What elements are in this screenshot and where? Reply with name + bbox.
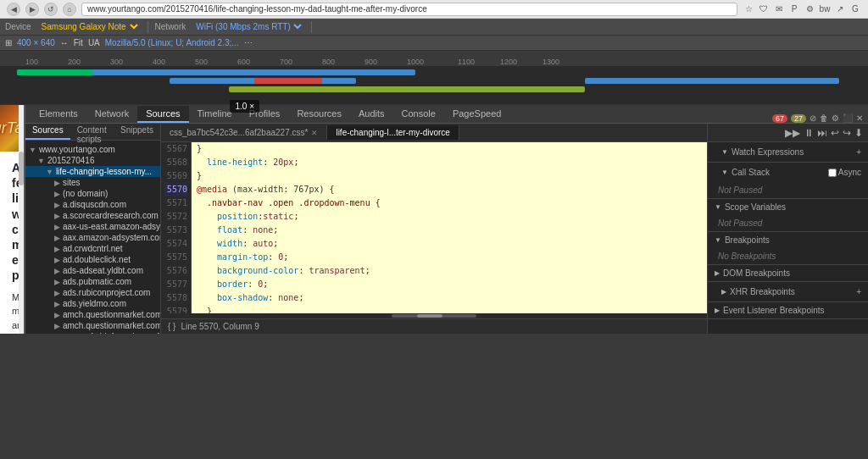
scope-variables-header[interactable]: ▼ Scope Variables [708,199,868,215]
tree-item-questionmarket1[interactable]: ▶ amch.questionmarket.com [25,309,160,320]
tree-label: ads.rubiconproject.com [63,288,150,297]
forward-button[interactable]: ▶ [25,3,39,16]
shield-icon[interactable]: 🛡 [758,3,770,15]
tree-label: ad.crwdcntrl.net [63,244,123,253]
close-css-tab-icon[interactable]: ✕ [311,129,318,137]
resume-btn[interactable]: ▶▶ [785,127,800,139]
dock-icon[interactable]: ⬛ [843,113,853,123]
callstack-collapse-icon: ▼ [721,169,728,176]
expand-icon: ▼ [37,157,45,165]
tree-item-pubmatic[interactable]: ▶ ads.pubmatic.com [25,276,160,287]
webpage-scrollbar[interactable] [19,105,24,334]
watch-header[interactable]: ▼ Watch Expressions [715,144,810,160]
expand-icon: ▶ [54,190,60,198]
clear-icon[interactable]: 🗑 [820,113,828,123]
tab-network[interactable]: Network [86,106,137,123]
tree-item-doubleclick[interactable]: ▶ ad.doubleclick.net [25,254,160,265]
more-options-icon[interactable]: ⋯ [244,38,253,47]
expand-icon: ▼ [29,146,36,154]
code-line-5568: line-height: 20px; [197,156,702,169]
code-line-5567: } [197,142,702,156]
close-devtools-icon[interactable]: ✕ [856,113,863,123]
mail-icon[interactable]: ✉ [773,3,785,15]
tree-item-nodomain[interactable]: ▶ (no domain) [25,188,160,199]
xhr-add-icon[interactable]: + [856,287,861,296]
dom-breakpoints-section: ▶ DOM Breakpoints [708,265,868,282]
tree-item-2015[interactable]: ▼ 2015270416 [25,155,160,166]
call-stack-header[interactable]: ▼ Call Stack [715,164,776,180]
sources-sub-tab-snippets[interactable]: Snippets [114,124,160,140]
bookmark-icon[interactable]: bw [819,3,831,15]
tab-pagespeed[interactable]: PageSpeed [444,106,510,123]
call-stack-content: Not Paused [708,182,868,198]
tree-item-annopc[interactable]: ▶ annopcfmbiofommjmcmcfmh [25,331,160,334]
expand-icon: ▶ [54,333,60,335]
event-listener-header[interactable]: ▶ Event Listener Breakpoints [708,302,868,318]
dim-toggle-icon[interactable]: ⊞ [5,38,12,47]
back-button[interactable]: ◀ [7,3,20,16]
rotate-icon[interactable]: ↔ [60,38,69,47]
tick-800: 800 [322,58,335,66]
code-tab-article[interactable]: life-changing-l...ter-my-divorce [327,125,459,140]
tree-item-scorecard[interactable]: ▶ a.scorecardresearch.com [25,210,160,221]
step-out-btn[interactable]: ↪ [843,127,851,139]
css-tab-label: css_ba7bc542c3e...6af2baa227.css* [170,128,308,137]
step-in-btn[interactable]: ↩ [831,127,839,139]
tick-300: 300 [110,58,123,66]
network-selector[interactable]: WiFi (30 Mbps 2ms RTT) [192,21,304,32]
home-button[interactable]: ⌂ [63,3,76,16]
tree-item-yourtango[interactable]: ▼ www.yourtango.com [25,144,160,155]
tab-elements[interactable]: Elements [31,106,86,123]
sources-sub-tab-content[interactable]: Content scripts [70,124,114,140]
tree-label: aax.amazon-adsystem.com [63,233,160,242]
tl-bar-4 [229,86,585,92]
tab-resources[interactable]: Resources [288,106,350,123]
tl-bar-5 [254,78,322,84]
tab-console[interactable]: Console [393,106,444,123]
tree-item-disquscdn[interactable]: ▶ a.disquscdn.com [25,199,160,210]
divider-1 [147,21,148,33]
tree-item-questionmarket2[interactable]: ▶ amch.questionmarket.com [25,320,160,331]
ln-5577: 5577 [164,278,187,291]
async-btn[interactable]: ⬇ [854,127,863,139]
share-icon[interactable]: ↗ [834,3,846,15]
pause-btn[interactable]: ⏸ [804,127,814,139]
tree-item-life-changing[interactable]: ▼ life-changing-lesson-my... [25,166,160,177]
tree-item-rubiconproject[interactable]: ▶ ads.rubiconproject.com [25,287,160,298]
tree-item-yldbt[interactable]: ▶ ads-adseat.yldbt.com [25,265,160,276]
breakpoints-header[interactable]: ▼ Breakpoints [708,232,868,248]
code-editor-body: 5567 5568 5569 5570 5571 5572 5573 5574 … [161,142,707,313]
devtools-main-tabs: Elements Network Sources Timeline Profil… [25,105,868,124]
url-bar[interactable]: www.yourtango.com/2015270416/life-changi… [81,3,737,16]
step-over-btn[interactable]: ⏭ [817,127,827,139]
tree-item-crwdcntrl[interactable]: ▶ ad.crwdcntrl.net [25,243,160,254]
tree-item-sites[interactable]: ▶ sites [25,177,160,188]
pinterest-icon[interactable]: P [788,3,800,15]
code-lines[interactable]: } line-height: 20px; } @media (max-width… [192,142,707,313]
filter-icon[interactable]: ⊘ [810,113,816,123]
tab-audits[interactable]: Audits [350,106,393,123]
scope-label: Scope Variables [725,202,786,212]
star-icon[interactable]: ☆ [743,3,754,15]
tree-item-yieldmo[interactable]: ▶ ads.yieldmo.com [25,298,160,309]
device-selector[interactable]: Samsung Galaxy Note [38,21,141,32]
scope-variables-section: ▼ Scope Variables Not Paused [708,199,868,232]
watch-add-icon[interactable]: + [856,147,861,157]
settings-icon[interactable]: ⚙ [804,3,815,15]
tree-label: amch.questionmarket.com [63,310,160,319]
xhr-breakpoints-header[interactable]: ▶ XHR Breakpoints [715,284,802,300]
refresh-button[interactable]: ↺ [44,3,58,16]
tab-sources[interactable]: Sources [137,106,188,123]
right-panel: ▶▶ ⏸ ⏭ ↩ ↪ ⬇ ▼ Watch Expressions + [707,124,868,334]
settings-devtools-icon[interactable]: ⚙ [832,113,839,123]
expand-icon: ▶ [54,179,60,187]
code-tab-css[interactable]: css_ba7bc542c3e...6af2baa227.css* ✕ [161,125,327,140]
tree-label: amch.questionmarket.com [63,321,160,330]
tree-item-amazon-east[interactable]: ▶ aax-us-east.amazon-adsyste... [25,221,160,232]
dom-breakpoints-header[interactable]: ▶ DOM Breakpoints [708,265,868,281]
extension1-icon[interactable]: G [849,3,861,15]
sources-sub-tab-sources[interactable]: Sources [25,124,70,140]
tree-item-amazon-adsystem[interactable]: ▶ aax.amazon-adsystem.com [25,232,160,243]
async-checkbox[interactable] [828,169,837,177]
scrollbar-thumb[interactable] [19,152,24,185]
